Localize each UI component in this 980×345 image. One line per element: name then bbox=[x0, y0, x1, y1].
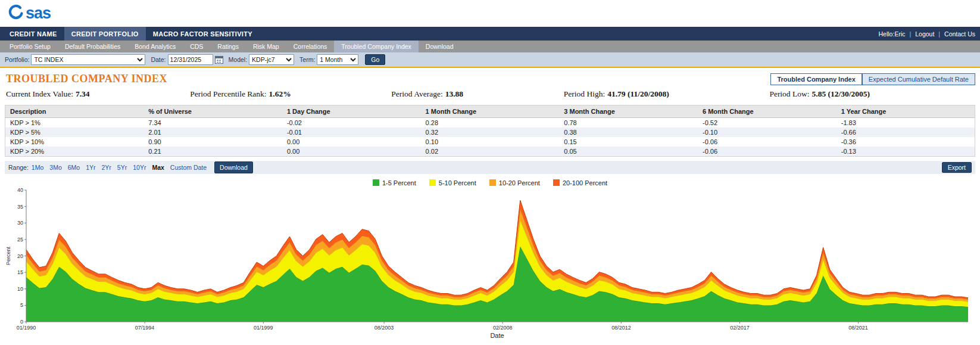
svg-text:35: 35 bbox=[17, 204, 23, 210]
legend-label: 20-100 Percent bbox=[563, 179, 607, 187]
tab-expected-cumulative-default-rate[interactable]: Expected Cumulative Default Rate bbox=[862, 73, 975, 85]
stat-value: 5.85 (12/30/2005) bbox=[812, 89, 870, 98]
svg-text:Date: Date bbox=[490, 332, 504, 339]
legend-label: 1-5 Percent bbox=[382, 179, 416, 187]
svg-text:02/2017: 02/2017 bbox=[730, 325, 750, 331]
table-cell: 0.78 bbox=[559, 118, 698, 128]
col-header-6-month-change: 6 Month Change bbox=[698, 105, 837, 118]
range-option-1mo[interactable]: 1Mo bbox=[32, 164, 43, 171]
topnav-item-credit-portfolio[interactable]: CREDIT PORTFOLIO bbox=[64, 27, 146, 41]
table-cell: -0.13 bbox=[837, 147, 975, 157]
range-option-10yr[interactable]: 10Yr bbox=[133, 164, 146, 171]
tab-troubled-company-index[interactable]: Troubled Company Index bbox=[770, 73, 862, 85]
subnav-item-bond-analytics[interactable]: Bond Analytics bbox=[127, 41, 183, 52]
subnav-item-risk-map[interactable]: Risk Map bbox=[246, 41, 286, 52]
table-cell: 7.34 bbox=[143, 118, 282, 128]
go-button[interactable]: Go bbox=[365, 54, 385, 65]
calendar-icon[interactable] bbox=[215, 56, 223, 64]
portfolio-label: Portfolio: bbox=[5, 56, 29, 63]
separator: | bbox=[938, 30, 940, 38]
svg-text:10: 10 bbox=[17, 286, 23, 292]
stacked-area-chart: 051015202530354001/199007/199401/199908/… bbox=[5, 187, 975, 340]
table-row: KDP > 1%7.34-0.020.280.78-0.52-1.83 bbox=[5, 118, 975, 128]
col-header-1-day-change: 1 Day Change bbox=[282, 105, 421, 118]
term-label: Term: bbox=[299, 56, 315, 63]
stat-label: Period Percentile Rank: bbox=[190, 89, 266, 98]
table-cell: KDP > 5% bbox=[5, 128, 144, 137]
table-cell: 0.38 bbox=[559, 128, 698, 137]
stat-label: Period High: bbox=[564, 89, 605, 98]
svg-text:20: 20 bbox=[17, 253, 23, 259]
filter-bar: Portfolio: TC INDEX Date: Model: KDP-jc7… bbox=[0, 52, 980, 68]
table-cell: -0.66 bbox=[837, 128, 975, 137]
stat-current-index-value: Current Index Value:7.34 bbox=[6, 89, 90, 100]
portfolio-select[interactable]: TC INDEX bbox=[31, 54, 145, 65]
svg-text:01/1990: 01/1990 bbox=[17, 325, 36, 331]
legend-label: 10-20 Percent bbox=[499, 179, 540, 187]
stat-value: 41.79 (11/20/2008) bbox=[607, 89, 669, 98]
stat-label: Period Low: bbox=[769, 89, 809, 98]
legend-label: 5-10 Percent bbox=[439, 179, 476, 187]
col-header-3-month-change: 3 Month Change bbox=[559, 105, 698, 118]
table-cell: -0.06 bbox=[698, 137, 837, 147]
table-cell: 0.32 bbox=[421, 128, 560, 137]
table-cell: 0.00 bbox=[282, 137, 421, 147]
table-cell: -0.36 bbox=[837, 137, 975, 147]
svg-text:30: 30 bbox=[17, 220, 23, 226]
range-options: 1Mo3Mo6Mo1Yr2Yr5Yr10YrMaxCustom Date bbox=[29, 164, 210, 171]
svg-text:08/2003: 08/2003 bbox=[374, 325, 394, 331]
view-tabs: Troubled Company Index Expected Cumulati… bbox=[770, 73, 975, 85]
term-select[interactable]: 1 Month bbox=[317, 54, 358, 65]
table-cell: 0.02 bbox=[421, 147, 560, 157]
svg-text:07/1994: 07/1994 bbox=[135, 325, 155, 331]
table-cell: -0.02 bbox=[282, 118, 421, 128]
table-cell: 0.05 bbox=[559, 147, 698, 157]
stat-period-percentile-rank: Period Percentile Rank:1.62% bbox=[190, 89, 291, 100]
svg-text:08/2012: 08/2012 bbox=[611, 325, 631, 331]
logout-link[interactable]: Logout bbox=[915, 30, 934, 38]
subnav-item-download[interactable]: Download bbox=[419, 41, 461, 52]
stat-period-average: Period Average:13.88 bbox=[391, 89, 463, 100]
chart-area: 1-5 Percent5-10 Percent10-20 Percent20-1… bbox=[0, 174, 980, 340]
col-header-1-year-change: 1 Year Change bbox=[837, 105, 975, 118]
topnav-item-macro-factor-sensitivity[interactable]: MACRO FACTOR SENSITIVITY bbox=[146, 27, 260, 41]
range-option-custom-date[interactable]: Custom Date bbox=[170, 164, 207, 171]
range-option-3mo[interactable]: 3Mo bbox=[49, 164, 61, 171]
date-input[interactable] bbox=[168, 54, 213, 65]
subnav-item-portfolio-setup[interactable]: Portfolio Setup bbox=[2, 41, 58, 52]
svg-text:02/2008: 02/2008 bbox=[493, 325, 513, 331]
stat-period-high: Period High:41.79 (11/20/2008) bbox=[564, 89, 669, 100]
range-option-2yr[interactable]: 2Yr bbox=[102, 164, 111, 171]
model-select[interactable]: KDP-jc7 bbox=[249, 54, 294, 65]
subnav-item-correlations[interactable]: Correlations bbox=[286, 41, 335, 52]
legend-swatch bbox=[489, 179, 496, 186]
table-cell: 0.10 bbox=[421, 137, 560, 147]
contact-us-link[interactable]: Contact Us bbox=[944, 30, 975, 38]
chart-legend: 1-5 Percent5-10 Percent10-20 Percent20-1… bbox=[0, 174, 980, 187]
svg-text:40: 40 bbox=[17, 187, 23, 193]
subnav-item-default-probabilities[interactable]: Default Probabilities bbox=[58, 41, 127, 52]
topnav-item-credit-name[interactable]: CREDIT NAME bbox=[2, 27, 64, 41]
date-label: Date: bbox=[151, 56, 166, 63]
table-row: KDP > 20%0.210.000.020.05-0.06-0.13 bbox=[5, 147, 975, 157]
col-header-description: Description bbox=[5, 105, 144, 118]
range-option-5yr[interactable]: 5Yr bbox=[117, 164, 127, 171]
stat-value: 7.34 bbox=[76, 89, 90, 98]
subnav-item-cds[interactable]: CDS bbox=[183, 41, 210, 52]
stat-value: 1.62% bbox=[269, 89, 291, 98]
stat-value: 13.88 bbox=[445, 89, 463, 98]
subnav-item-troubled-company-index[interactable]: Troubled Company Index bbox=[334, 41, 419, 52]
subnav-item-ratings[interactable]: Ratings bbox=[210, 41, 246, 52]
table-row: KDP > 5%2.01-0.010.320.38-0.10-0.66 bbox=[5, 128, 975, 137]
range-option-1yr[interactable]: 1Yr bbox=[86, 164, 95, 171]
range-option-6mo[interactable]: 6Mo bbox=[68, 164, 80, 171]
table-cell: 2.01 bbox=[143, 128, 282, 137]
stat-label: Period Average: bbox=[391, 89, 442, 98]
export-button[interactable]: Export bbox=[942, 162, 972, 173]
title-row: TROUBLED COMPANY INDEX Troubled Company … bbox=[0, 68, 980, 86]
range-bar: Range: 1Mo3Mo6Mo1Yr2Yr5Yr10YrMaxCustom D… bbox=[5, 161, 975, 174]
range-option-max[interactable]: Max bbox=[152, 164, 164, 171]
sas-logo-text: sas bbox=[26, 5, 51, 21]
table-cell: -0.52 bbox=[698, 118, 837, 128]
download-button[interactable]: Download bbox=[214, 161, 253, 173]
